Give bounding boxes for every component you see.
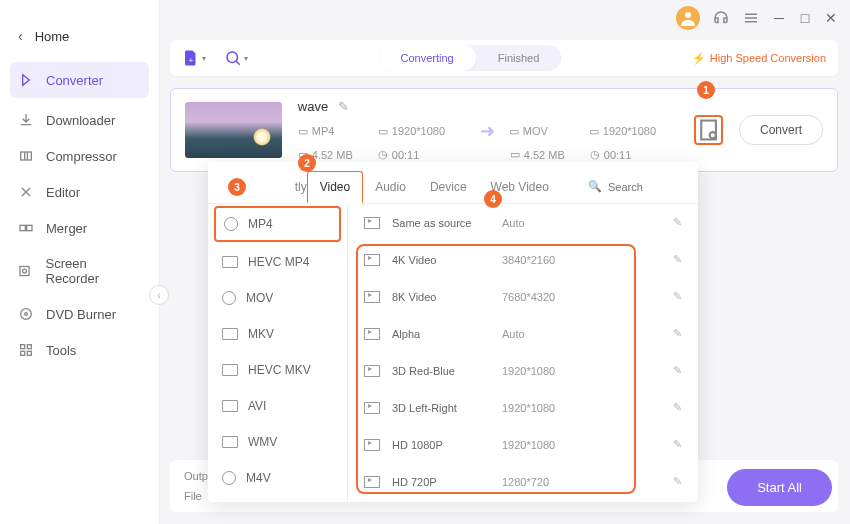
badge-4: 4 xyxy=(484,190,502,208)
sidebar-item-merger[interactable]: Merger xyxy=(0,210,159,246)
edit-icon[interactable]: ✎ xyxy=(673,475,682,488)
sidebar-item-downloader[interactable]: Downloader xyxy=(0,102,159,138)
popup-tab-device[interactable]: Device xyxy=(418,172,479,202)
compress-icon xyxy=(18,148,34,164)
start-all-button[interactable]: Start All xyxy=(727,469,832,506)
svg-rect-5 xyxy=(20,225,25,230)
preset-list: Same as sourceAuto✎ 4K Video3840*2160✎ 8… xyxy=(348,204,698,502)
format-avi[interactable]: AVI xyxy=(208,388,347,424)
sidebar-item-compressor[interactable]: Compressor xyxy=(0,138,159,174)
badge-1: 1 xyxy=(697,81,715,99)
sidebar-item-converter[interactable]: Converter xyxy=(10,62,149,98)
svg-rect-4 xyxy=(21,152,32,160)
bolt-icon: ⚡ xyxy=(692,52,706,65)
minimize-button[interactable]: ─ xyxy=(772,11,786,25)
preset-item[interactable]: 3D Left-Right1920*1080✎ xyxy=(348,389,698,426)
file-icon xyxy=(222,400,238,412)
edit-icon[interactable]: ✎ xyxy=(673,253,682,266)
format-m4v[interactable]: M4V xyxy=(208,460,347,496)
add-file-button[interactable]: + ▾ xyxy=(182,46,206,70)
collapse-sidebar-button[interactable]: ‹ xyxy=(149,285,169,305)
caret-down-icon: ▾ xyxy=(244,54,248,63)
disc-icon xyxy=(222,291,236,305)
edit-icon[interactable]: ✎ xyxy=(673,216,682,229)
video-icon xyxy=(364,291,380,303)
convert-button[interactable]: Convert xyxy=(739,115,823,145)
src-resolution: ▭1920*1080 xyxy=(378,125,466,138)
hamburger-icon[interactable] xyxy=(742,9,760,27)
sidebar-item-tools[interactable]: Tools xyxy=(0,332,159,368)
video-icon xyxy=(364,217,380,229)
format-popup: 2 3 4 Recentlytly Video Audio Device Web… xyxy=(208,162,698,502)
back-icon: ‹ xyxy=(18,28,23,44)
svg-text:+: + xyxy=(189,56,194,65)
search-icon: 🔍 xyxy=(588,180,602,193)
recorder-icon xyxy=(18,263,34,279)
video-icon xyxy=(364,328,380,340)
svg-rect-17 xyxy=(701,121,716,140)
format-mkv[interactable]: MKV xyxy=(208,316,347,352)
sidebar-item-editor[interactable]: Editor xyxy=(0,174,159,210)
status-tabs: Converting Finished xyxy=(379,45,562,71)
dst-resolution: ▭1920*1080 xyxy=(589,125,677,138)
dvd-icon xyxy=(18,306,34,322)
home-nav[interactable]: ‹ Home xyxy=(0,28,159,58)
file-icon xyxy=(222,328,238,340)
support-icon[interactable] xyxy=(712,9,730,27)
svg-point-8 xyxy=(23,269,27,273)
file-icon xyxy=(222,436,238,448)
high-speed-link[interactable]: ⚡ High Speed Conversion xyxy=(692,52,826,65)
video-icon xyxy=(364,476,380,488)
file-icon xyxy=(222,256,238,268)
preset-item[interactable]: 8K Video7680*4320✎ xyxy=(348,278,698,315)
tab-finished[interactable]: Finished xyxy=(476,45,562,71)
preset-item[interactable]: 4K Video3840*2160✎ xyxy=(348,241,698,278)
user-avatar[interactable] xyxy=(676,6,700,30)
arrow-icon: ➜ xyxy=(480,120,495,142)
preset-item[interactable]: HD 720P1280*720✎ xyxy=(348,463,698,500)
maximize-button[interactable]: □ xyxy=(798,11,812,25)
edit-icon[interactable]: ✎ xyxy=(673,364,682,377)
popup-tab-audio[interactable]: Audio xyxy=(363,172,418,202)
file-item: wave ✎ ▭MP4 ▭1920*1080 ➜ ▭MOV ▭1920*1080… xyxy=(170,88,838,172)
src-duration: ◷00:11 xyxy=(378,148,466,161)
search-box[interactable]: 🔍 xyxy=(580,176,686,197)
edit-icon[interactable]: ✎ xyxy=(673,438,682,451)
sidebar-item-recorder[interactable]: Screen Recorder xyxy=(0,246,159,296)
popup-tab-video[interactable]: Video xyxy=(307,171,363,204)
disc-icon xyxy=(222,471,236,485)
preset-item[interactable]: AlphaAuto✎ xyxy=(348,315,698,352)
preset-item[interactable]: 3D Red-Blue1920*1080✎ xyxy=(348,352,698,389)
format-hevcmkv[interactable]: HEVC MKV xyxy=(208,352,347,388)
format-mov[interactable]: MOV xyxy=(208,280,347,316)
format-hevcmp4[interactable]: HEVC MP4 xyxy=(208,244,347,280)
dst-format: ▭MOV xyxy=(509,125,581,138)
tab-converting[interactable]: Converting xyxy=(379,45,476,71)
svg-point-18 xyxy=(709,132,715,138)
video-thumbnail[interactable] xyxy=(185,102,282,158)
dst-size: ▭4.52 MB xyxy=(510,148,582,161)
svg-point-9 xyxy=(21,309,32,320)
tools-icon xyxy=(18,342,34,358)
download-icon xyxy=(18,112,34,128)
edit-title-icon[interactable]: ✎ xyxy=(338,99,349,114)
svg-rect-11 xyxy=(21,345,25,349)
svg-rect-6 xyxy=(27,225,32,230)
close-button[interactable]: ✕ xyxy=(824,11,838,25)
format-wmv[interactable]: WMV xyxy=(208,424,347,460)
add-folder-button[interactable]: ▾ xyxy=(224,46,248,70)
video-icon xyxy=(364,402,380,414)
edit-icon[interactable]: ✎ xyxy=(673,327,682,340)
file-label: File xyxy=(184,490,208,502)
search-input[interactable] xyxy=(608,181,678,193)
disc-icon xyxy=(224,217,238,231)
format-mp4[interactable]: MP4 xyxy=(214,206,341,242)
file-icon xyxy=(222,364,238,376)
edit-icon[interactable]: ✎ xyxy=(673,401,682,414)
output-format-button[interactable] xyxy=(694,115,723,145)
sidebar-item-dvd[interactable]: DVD Burner xyxy=(0,296,159,332)
edit-icon[interactable]: ✎ xyxy=(673,290,682,303)
preset-item[interactable]: Same as sourceAuto✎ xyxy=(348,204,698,241)
preset-item[interactable]: HD 1080P1920*1080✎ xyxy=(348,426,698,463)
svg-rect-13 xyxy=(21,351,25,355)
